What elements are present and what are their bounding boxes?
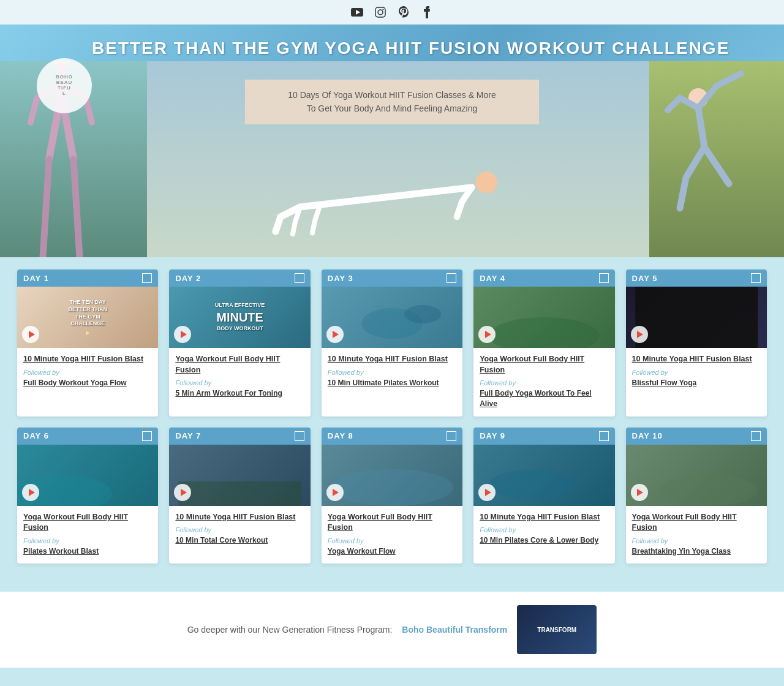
workout-sub-10[interactable]: Breathtaking Yin Yoga Class bbox=[632, 546, 761, 557]
hero-figure-center bbox=[245, 153, 551, 251]
day-checkbox-2[interactable] bbox=[295, 273, 304, 283]
day-checkbox-8[interactable] bbox=[447, 431, 456, 441]
followed-by-9: Followed by bbox=[480, 526, 608, 533]
svg-point-3 bbox=[378, 10, 383, 15]
svg-rect-2 bbox=[375, 7, 385, 17]
svg-point-4 bbox=[383, 9, 384, 10]
play-button-9[interactable] bbox=[478, 484, 496, 501]
workout-title-4[interactable]: Yoga Workout Full Body HIIT Fusion bbox=[480, 354, 608, 375]
day-body-5: 10 Minute Yoga HIIT Fusion Blast Followe… bbox=[626, 348, 767, 395]
day-card-5: DAY 5 10 Minute Yoga HIIT Fusion Blast F… bbox=[626, 270, 767, 417]
hero-panel-right bbox=[649, 61, 784, 257]
workout-sub-9[interactable]: 10 Min Pilates Core & Lower Body bbox=[480, 535, 608, 546]
followed-by-8: Followed by bbox=[328, 537, 456, 545]
youtube-icon[interactable] bbox=[351, 6, 363, 18]
workout-sub-5[interactable]: Blissful Flow Yoga bbox=[632, 378, 761, 388]
social-bar bbox=[0, 0, 784, 24]
play-button-3[interactable] bbox=[326, 326, 344, 343]
day-checkbox-4[interactable] bbox=[599, 273, 609, 283]
instagram-icon[interactable] bbox=[374, 6, 386, 18]
workout-title-6[interactable]: Yoga Workout Full Body HIIT Fusion bbox=[23, 512, 152, 533]
days-grid-row1: DAY 1 THE TEN DAYBETTER THANTHE GYMCHALL… bbox=[17, 270, 767, 417]
workout-title-1[interactable]: 10 Minute Yoga HIIT Fusion Blast bbox=[23, 354, 152, 365]
day-label-8: DAY 8 bbox=[322, 428, 462, 445]
svg-rect-13 bbox=[179, 481, 301, 506]
workout-sub-8[interactable]: Yoga Workout Flow bbox=[328, 546, 456, 557]
day-thumb-2[interactable]: ULTRA EFFECTIVEMINUTEBODY WORKOUT bbox=[169, 287, 310, 348]
workout-title-7[interactable]: 10 Minute Yoga HIIT Fusion Blast bbox=[175, 512, 304, 523]
play-button-7[interactable] bbox=[174, 484, 191, 501]
day-label-7: DAY 7 bbox=[169, 428, 310, 445]
svg-point-16 bbox=[660, 475, 758, 506]
svg-point-10 bbox=[489, 317, 599, 348]
workout-sub-2[interactable]: 5 Min Arm Workout For Toning bbox=[175, 388, 304, 399]
facebook-icon[interactable] bbox=[421, 6, 433, 18]
day-thumb-3[interactable] bbox=[322, 287, 462, 348]
play-button-4[interactable] bbox=[478, 326, 496, 343]
logo: BOHOBEAUTIFUL bbox=[37, 58, 92, 113]
svg-point-14 bbox=[331, 469, 453, 506]
workout-title-8[interactable]: Yoga Workout Full Body HIIT Fusion bbox=[328, 512, 456, 533]
hero-title: BETTER THAN THE GYM YOGA HIIT FUSION WOR… bbox=[92, 38, 772, 59]
play-button-8[interactable] bbox=[326, 484, 344, 501]
day-checkbox-3[interactable] bbox=[447, 273, 456, 283]
day-card-4: DAY 4 Yoga Workout Full Body HIIT Fusion… bbox=[473, 270, 614, 417]
hero-subtitle-box: 10 Days Of Yoga Workout HIIT Fusion Clas… bbox=[245, 80, 539, 124]
day-body-3: 10 Minute Yoga HIIT Fusion Blast Followe… bbox=[322, 348, 462, 395]
day-checkbox-5[interactable] bbox=[751, 273, 761, 283]
day-thumb-4[interactable] bbox=[473, 287, 614, 348]
pinterest-icon[interactable] bbox=[398, 6, 410, 18]
day-thumb-9[interactable] bbox=[473, 445, 614, 506]
hero-subtitle-line1: 10 Days Of Yoga Workout HIIT Fusion Clas… bbox=[263, 88, 521, 102]
day-thumb-7[interactable] bbox=[169, 445, 310, 506]
day-card-6: DAY 6 Yoga Workout Full Body HIIT Fusion… bbox=[17, 428, 158, 564]
workout-sub-4[interactable]: Full Body Yoga Workout To Feel Alive bbox=[480, 388, 608, 409]
play-button-5[interactable] bbox=[631, 326, 648, 343]
play-button-6[interactable] bbox=[22, 484, 39, 501]
workout-title-5[interactable]: 10 Minute Yoga HIIT Fusion Blast bbox=[632, 354, 761, 365]
footer-text: Go deeper with our New Generation Fitnes… bbox=[187, 625, 393, 635]
followed-by-4: Followed by bbox=[480, 379, 608, 386]
day-thumb-8[interactable] bbox=[322, 445, 462, 506]
day-body-8: Yoga Workout Full Body HIIT Fusion Follo… bbox=[322, 506, 462, 564]
day-label-5: DAY 5 bbox=[626, 270, 767, 287]
workout-sub-1[interactable]: Full Body Workout Yoga Flow bbox=[23, 378, 152, 388]
footer-link[interactable]: Boho Beautiful Transform bbox=[402, 625, 507, 635]
day-checkbox-7[interactable] bbox=[295, 431, 304, 441]
day-body-6: Yoga Workout Full Body HIIT Fusion Follo… bbox=[17, 506, 158, 564]
day-label-3: DAY 3 bbox=[322, 270, 462, 287]
day-checkbox-10[interactable] bbox=[751, 431, 761, 441]
hero-figure-right bbox=[649, 61, 772, 257]
svg-point-15 bbox=[489, 469, 575, 500]
workout-title-3[interactable]: 10 Minute Yoga HIIT Fusion Blast bbox=[328, 354, 456, 365]
footer: Go deeper with our New Generation Fitnes… bbox=[0, 592, 784, 668]
day-checkbox-6[interactable] bbox=[142, 431, 152, 441]
day-label-10: DAY 10 bbox=[626, 428, 767, 445]
play-button-1[interactable] bbox=[22, 326, 39, 343]
workout-title-10[interactable]: Yoga Workout Full Body HIIT Fusion bbox=[632, 512, 761, 533]
hero-subtitle-line2: To Get Your Body And Mind Feeling Amazin… bbox=[263, 102, 521, 115]
workout-sub-6[interactable]: Pilates Workout Blast bbox=[23, 546, 152, 557]
day-thumb-1[interactable]: THE TEN DAYBETTER THANTHE GYMCHALLENGE ▶ bbox=[17, 287, 158, 348]
day-label-1: DAY 1 bbox=[17, 270, 158, 287]
transform-promo[interactable]: TRANSFORM bbox=[517, 605, 597, 654]
day-checkbox-1[interactable] bbox=[142, 273, 152, 283]
play-button-10[interactable] bbox=[631, 484, 648, 501]
day-thumb-5[interactable] bbox=[626, 287, 767, 348]
workout-sub-7[interactable]: 10 Min Total Core Workout bbox=[175, 535, 304, 546]
day-body-10: Yoga Workout Full Body HIIT Fusion Follo… bbox=[626, 506, 767, 564]
hero-section: BOHOBEAUTIFUL BETTER THAN THE GYM YOGA H… bbox=[0, 24, 784, 257]
followed-by-7: Followed by bbox=[175, 526, 304, 533]
workout-sub-3[interactable]: 10 Min Ultimate Pilates Workout bbox=[328, 378, 456, 388]
day-body-7: 10 Minute Yoga HIIT Fusion Blast Followe… bbox=[169, 506, 310, 553]
day-label-9: DAY 9 bbox=[473, 428, 614, 445]
svg-point-9 bbox=[404, 305, 441, 323]
day-card-3: DAY 3 10 Minute Yoga HIIT Fusion Blast F… bbox=[322, 270, 462, 417]
day-thumb-6[interactable] bbox=[17, 445, 158, 506]
svg-point-6 bbox=[475, 172, 497, 193]
workout-title-2[interactable]: Yoga Workout Full Body HIIT Fusion bbox=[175, 354, 304, 375]
workout-title-9[interactable]: 10 Minute Yoga HIIT Fusion Blast bbox=[480, 512, 608, 523]
day-checkbox-9[interactable] bbox=[599, 431, 609, 441]
day-body-2: Yoga Workout Full Body HIIT Fusion Follo… bbox=[169, 348, 310, 406]
day-thumb-10[interactable] bbox=[626, 445, 767, 506]
